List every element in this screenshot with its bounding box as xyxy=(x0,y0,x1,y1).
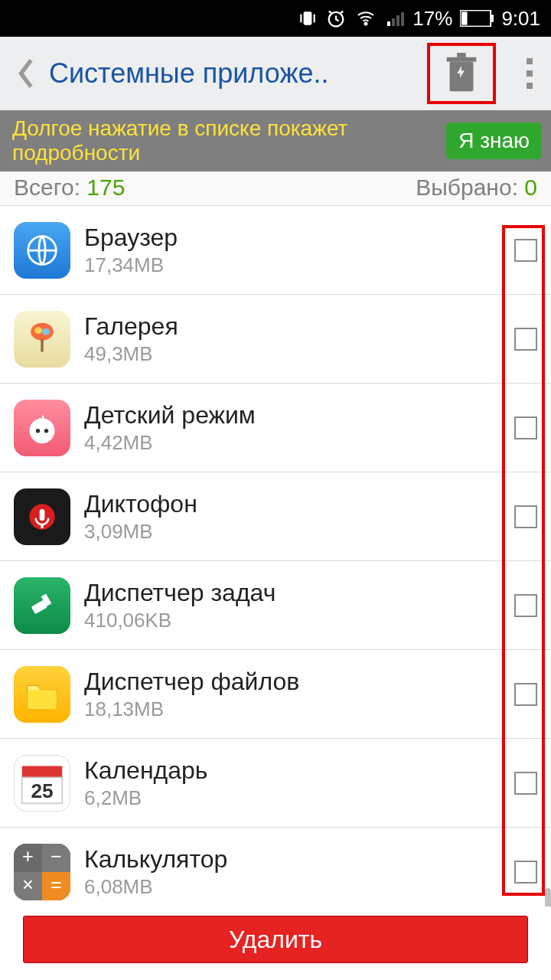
hint-text: Долгое нажатие в списке покажет подробно… xyxy=(12,116,410,165)
svg-text:25: 25 xyxy=(31,779,53,802)
checkbox[interactable] xyxy=(514,594,537,617)
total-label: Всего: xyxy=(14,175,80,200)
wifi-icon xyxy=(354,9,377,28)
app-size: 18,13MB xyxy=(84,697,500,721)
svg-rect-8 xyxy=(401,12,404,26)
svg-rect-24 xyxy=(40,509,45,521)
list-item[interactable]: Диспетчер задач 410,06KB xyxy=(0,561,551,650)
footer-bar: Удалить xyxy=(0,906,551,980)
kids-mode-icon xyxy=(14,400,70,456)
hint-dismiss-button[interactable]: Я знаю xyxy=(446,122,542,159)
recorder-icon xyxy=(14,488,70,545)
list-item[interactable]: Галерея 49,3MB xyxy=(0,295,551,384)
svg-rect-0 xyxy=(304,11,312,24)
vibrate-icon xyxy=(298,8,318,28)
svg-text:+: + xyxy=(22,845,34,867)
app-size: 6,2MB xyxy=(84,786,500,810)
selected-label: Выбрано: xyxy=(416,175,518,200)
totals-row: Всего: 175 Выбрано: 0 xyxy=(0,172,551,206)
svg-rect-7 xyxy=(396,15,399,26)
list-item[interactable]: Браузер 17,34MB xyxy=(0,206,551,295)
svg-rect-14 xyxy=(457,53,466,57)
svg-rect-25 xyxy=(41,524,43,528)
svg-rect-13 xyxy=(447,57,477,62)
checkbox[interactable] xyxy=(514,683,537,706)
checkbox[interactable] xyxy=(514,772,537,795)
selected-value: 0 xyxy=(524,175,537,200)
task-manager-icon xyxy=(14,577,70,634)
recycle-bin-button[interactable] xyxy=(427,43,496,104)
app-list: Браузер 17,34MB Галерея 49,3MB Детский р… xyxy=(0,206,551,916)
app-size: 4,42MB xyxy=(84,431,500,455)
battery-icon xyxy=(460,10,494,27)
clock: 9:01 xyxy=(501,7,540,31)
file-manager-icon xyxy=(14,666,70,723)
app-size: 6,08MB xyxy=(84,875,500,899)
svg-rect-11 xyxy=(491,15,494,22)
svg-text:−: − xyxy=(51,845,62,867)
checkbox[interactable] xyxy=(514,861,537,884)
battery-percent: 17% xyxy=(412,7,452,31)
svg-point-20 xyxy=(30,418,55,443)
app-size: 3,09MB xyxy=(84,520,500,544)
svg-rect-10 xyxy=(461,11,468,24)
page-title: Системные приложе.. xyxy=(49,57,422,90)
list-item[interactable]: 25 Календарь 6,2MB xyxy=(0,739,551,828)
calculator-icon: +−×= xyxy=(14,844,70,900)
gallery-icon xyxy=(14,311,70,368)
total-value: 175 xyxy=(86,175,125,200)
app-size: 17,34MB xyxy=(84,253,500,277)
list-item[interactable]: Диспетчер файлов 18,13MB xyxy=(0,650,551,739)
app-name: Календарь xyxy=(84,756,500,785)
svg-point-21 xyxy=(36,428,41,433)
svg-point-17 xyxy=(34,327,42,334)
signal-icon xyxy=(385,9,405,28)
app-size: 410,06KB xyxy=(84,609,500,632)
app-bar: Системные приложе.. xyxy=(0,37,551,110)
calendar-icon: 25 xyxy=(14,755,70,812)
app-name: Детский режим xyxy=(84,401,500,430)
app-name: Галерея xyxy=(84,312,500,341)
svg-rect-29 xyxy=(22,766,63,777)
app-size: 49,3MB xyxy=(84,342,500,366)
checkbox[interactable] xyxy=(514,239,537,262)
browser-icon xyxy=(14,222,70,279)
status-bar: 17% 9:01 xyxy=(0,0,551,37)
svg-rect-5 xyxy=(387,21,390,26)
list-item[interactable]: Диктофон 3,09MB xyxy=(0,472,551,561)
svg-text:×: × xyxy=(22,874,34,895)
list-item[interactable]: +−×= Калькулятор 6,08MB xyxy=(0,828,551,916)
app-name: Калькулятор xyxy=(84,845,500,874)
alarm-icon xyxy=(325,8,347,29)
svg-point-4 xyxy=(365,23,367,25)
app-name: Диктофон xyxy=(84,490,500,518)
app-name: Диспетчер файлов xyxy=(84,668,500,696)
svg-rect-28 xyxy=(28,690,57,709)
svg-rect-12 xyxy=(450,62,474,92)
hint-banner: Долгое нажатие в списке покажет подробно… xyxy=(0,110,551,172)
checkbox[interactable] xyxy=(514,328,537,351)
back-button[interactable] xyxy=(8,37,44,110)
overflow-menu[interactable] xyxy=(514,51,545,96)
app-name: Браузер xyxy=(84,224,500,252)
app-name: Диспетчер задач xyxy=(84,579,500,607)
svg-rect-1 xyxy=(301,15,302,23)
svg-rect-19 xyxy=(41,339,43,351)
delete-button[interactable]: Удалить xyxy=(23,916,528,963)
svg-point-22 xyxy=(44,428,49,433)
svg-rect-6 xyxy=(392,18,395,26)
checkbox[interactable] xyxy=(514,416,537,439)
svg-text:=: = xyxy=(51,874,62,895)
svg-rect-2 xyxy=(314,15,315,23)
list-item[interactable]: Детский режим 4,42MB xyxy=(0,384,551,472)
svg-point-18 xyxy=(42,328,50,335)
checkbox[interactable] xyxy=(514,505,537,528)
